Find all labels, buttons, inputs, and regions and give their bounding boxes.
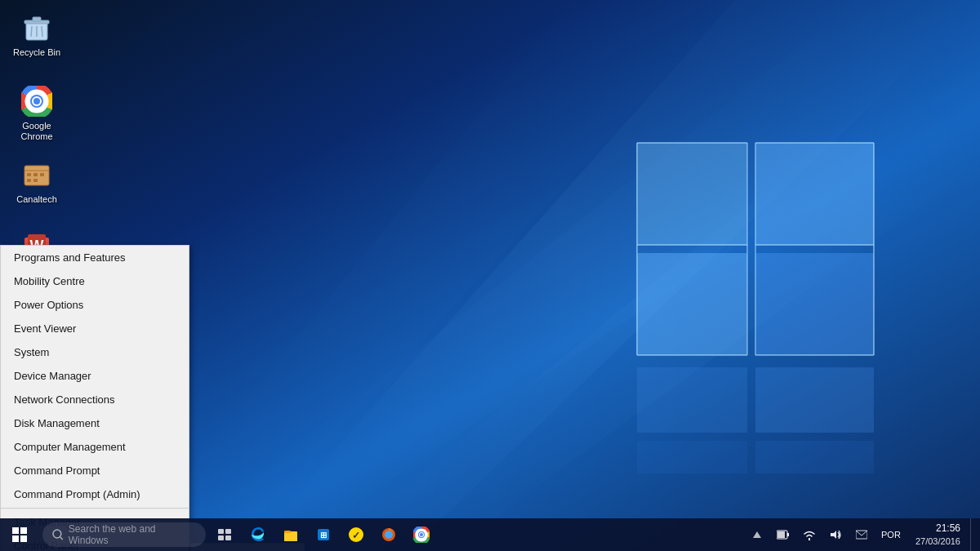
- taskbar-store-icon[interactable]: ⊞: [307, 518, 340, 551]
- edge-icon: [250, 527, 266, 543]
- svg-point-63: [385, 531, 393, 539]
- canaltech-desktop-icon[interactable]: Canaltech: [8, 155, 65, 208]
- menu-separator-1: [1, 508, 189, 509]
- svg-rect-28: [33, 17, 41, 21]
- taskbar-clock[interactable]: 21:56 27/03/2016: [909, 518, 967, 551]
- menu-item-disk-management[interactable]: Disk Management: [1, 411, 189, 435]
- tray-language-indicator[interactable]: POR: [876, 518, 906, 551]
- svg-rect-46: [12, 527, 19, 534]
- svg-rect-57: [284, 533, 297, 541]
- svg-rect-22: [637, 367, 747, 433]
- task-view-button[interactable]: [209, 518, 242, 551]
- tray-overflow-icon: [753, 531, 761, 538]
- svg-rect-8: [755, 253, 874, 355]
- store-icon: ⊞: [315, 527, 332, 543]
- norton-icon: ✓: [348, 527, 364, 543]
- svg-line-29: [31, 26, 32, 37]
- file-explorer-icon: [283, 527, 299, 543]
- svg-marker-68: [753, 531, 761, 538]
- svg-rect-71: [777, 531, 785, 538]
- taskbar-search-icon: [52, 529, 64, 540]
- svg-text:✓: ✓: [352, 530, 360, 541]
- tray-notification-icon[interactable]: [850, 518, 873, 551]
- chrome-label: Google Chrome: [11, 121, 62, 142]
- menu-item-command-prompt-admin[interactable]: Command Prompt (Admin): [1, 482, 189, 506]
- recycle-bin-icon[interactable]: Recycle Bin: [8, 8, 65, 61]
- notification-icon: [856, 529, 867, 540]
- context-menu: Programs and Features Mobility Centre Po…: [0, 245, 189, 551]
- menu-item-power-options[interactable]: Power Options: [1, 293, 189, 317]
- svg-marker-72: [831, 531, 836, 539]
- recycle-bin-image: [20, 11, 53, 44]
- system-tray: POR 21:56 27/03/2016: [746, 518, 980, 551]
- start-button[interactable]: [0, 518, 39, 551]
- canaltech-label: Canaltech: [16, 194, 57, 205]
- menu-item-mobility-centre[interactable]: Mobility Centre: [1, 269, 189, 293]
- taskbar: Search the web and Windows: [0, 518, 980, 551]
- svg-rect-53: [225, 529, 231, 534]
- svg-rect-25: [755, 441, 874, 473]
- svg-line-51: [60, 537, 63, 540]
- speaker-icon: [829, 529, 842, 540]
- svg-rect-6: [755, 143, 874, 245]
- menu-item-system[interactable]: System: [1, 340, 189, 364]
- menu-item-computer-management[interactable]: Computer Management: [1, 435, 189, 459]
- taskbar-file-explorer-icon[interactable]: [274, 518, 307, 551]
- menu-item-programs-features[interactable]: Programs and Features: [1, 246, 189, 269]
- clock-date: 27/03/2016: [915, 535, 960, 548]
- svg-rect-47: [20, 527, 27, 534]
- svg-rect-54: [218, 535, 224, 540]
- chrome-taskbar-icon: [413, 527, 430, 543]
- svg-marker-2: [163, 0, 980, 551]
- svg-marker-3: [327, 82, 980, 551]
- svg-rect-49: [20, 535, 27, 542]
- menu-item-device-manager[interactable]: Device Manager: [1, 364, 189, 388]
- show-desktop-button[interactable]: [970, 518, 977, 551]
- task-view-icon: [218, 529, 233, 540]
- svg-rect-42: [33, 179, 38, 182]
- svg-point-35: [33, 98, 40, 104]
- svg-rect-52: [218, 529, 224, 534]
- clock-time: 21:56: [936, 522, 960, 535]
- taskbar-norton-icon[interactable]: ✓: [340, 518, 372, 551]
- svg-rect-23: [755, 367, 874, 433]
- svg-marker-1: [245, 0, 980, 551]
- svg-marker-4: [122, 0, 735, 551]
- taskbar-search-placeholder: Search the web and Windows: [69, 523, 196, 546]
- network-icon: [803, 529, 816, 540]
- tray-overflow-button[interactable]: [746, 518, 768, 551]
- svg-rect-5: [637, 143, 747, 245]
- svg-rect-55: [225, 535, 231, 540]
- chrome-desktop-icon[interactable]: Google Chrome: [8, 82, 65, 145]
- firefox-icon: [381, 527, 397, 543]
- recycle-bin-label: Recycle Bin: [13, 47, 60, 58]
- svg-text:⊞: ⊞: [320, 531, 327, 540]
- taskbar-firefox-icon[interactable]: [372, 518, 405, 551]
- svg-rect-38: [27, 173, 31, 176]
- svg-point-50: [53, 530, 61, 538]
- svg-rect-7: [637, 253, 747, 355]
- svg-rect-41: [27, 179, 31, 182]
- battery-icon: [777, 530, 790, 540]
- svg-line-31: [42, 26, 42, 37]
- chrome-image: [20, 85, 53, 118]
- menu-item-network-connections[interactable]: Network Connections: [1, 388, 189, 411]
- desktop: Recycle Bin Google Chrome: [0, 0, 980, 551]
- taskbar-chrome-icon[interactable]: [405, 518, 438, 551]
- svg-rect-48: [12, 535, 19, 542]
- svg-rect-70: [787, 533, 789, 536]
- svg-point-67: [420, 533, 423, 536]
- taskbar-search-box[interactable]: Search the web and Windows: [42, 522, 206, 547]
- svg-rect-40: [40, 173, 44, 176]
- tray-network-icon[interactable]: [798, 518, 821, 551]
- menu-item-event-viewer[interactable]: Event Viewer: [1, 317, 189, 340]
- tray-speaker-icon[interactable]: [824, 518, 847, 551]
- taskbar-edge-icon[interactable]: [242, 518, 274, 551]
- svg-rect-24: [637, 441, 747, 473]
- tray-battery-icon[interactable]: [772, 518, 795, 551]
- menu-item-command-prompt[interactable]: Command Prompt: [1, 459, 189, 482]
- canaltech-image: [20, 158, 53, 191]
- svg-rect-39: [33, 173, 38, 176]
